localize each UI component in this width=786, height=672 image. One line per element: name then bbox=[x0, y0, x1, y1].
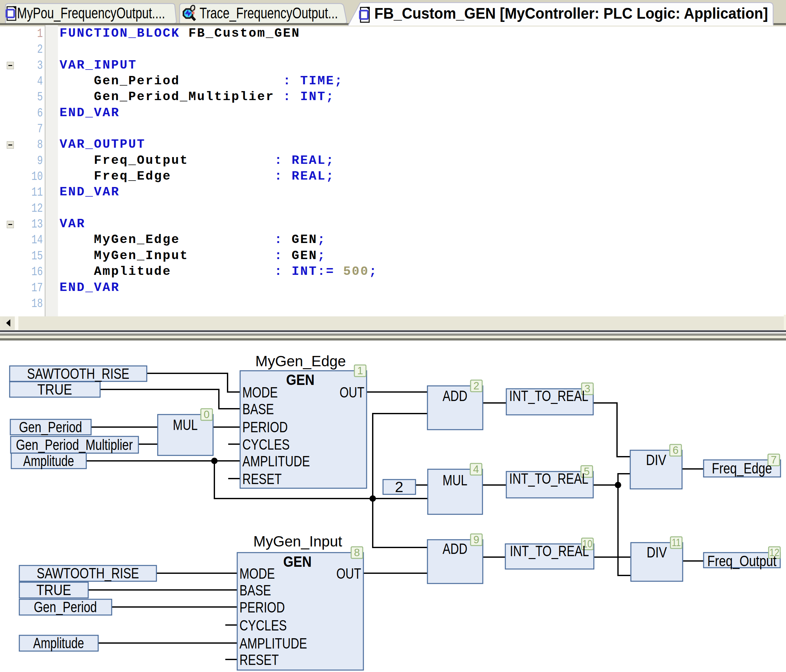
svg-text:Freq_Edge: Freq_Edge bbox=[712, 460, 772, 477]
svg-text:TRUE: TRUE bbox=[37, 381, 72, 398]
svg-text:CYCLES: CYCLES bbox=[242, 436, 290, 453]
svg-text:8: 8 bbox=[354, 546, 360, 558]
svg-text:MyGen_Input: MyGen_Input bbox=[253, 533, 342, 550]
svg-text:9: 9 bbox=[473, 534, 479, 545]
svg-text:MODE: MODE bbox=[239, 565, 275, 582]
svg-text:Amplitude: Amplitude bbox=[33, 634, 84, 652]
svg-text:MyGen_Edge: MyGen_Edge bbox=[255, 353, 346, 369]
svg-text:PERIOD: PERIOD bbox=[242, 418, 288, 435]
svg-text:MyPou_FrequencyOutput....: MyPou_FrequencyOutput.... bbox=[17, 5, 165, 22]
svg-text:DIV: DIV bbox=[647, 543, 667, 561]
svg-text:OUT: OUT bbox=[340, 384, 364, 401]
svg-text:RESET: RESET bbox=[242, 470, 281, 487]
svg-text:SAWTOOTH_RISE: SAWTOOTH_RISE bbox=[27, 365, 129, 382]
svg-text:0: 0 bbox=[204, 408, 209, 420]
svg-text:6: 6 bbox=[673, 444, 679, 456]
svg-text:Gen_Period: Gen_Period bbox=[19, 418, 82, 435]
svg-text:RESET: RESET bbox=[239, 651, 279, 668]
svg-text:MODE: MODE bbox=[242, 384, 278, 401]
svg-text:Amplitude: Amplitude bbox=[23, 452, 74, 469]
svg-text:MUL: MUL bbox=[173, 416, 198, 433]
svg-text:AMPLITUDE: AMPLITUDE bbox=[239, 635, 307, 652]
svg-text:ADD: ADD bbox=[443, 540, 467, 557]
svg-text:SAWTOOTH_RISE: SAWTOOTH_RISE bbox=[37, 565, 139, 582]
svg-text:MUL: MUL bbox=[443, 471, 467, 488]
svg-text:ADD: ADD bbox=[443, 387, 467, 404]
svg-text:2: 2 bbox=[473, 380, 479, 392]
svg-text:CYCLES: CYCLES bbox=[239, 617, 287, 634]
svg-text:FB_Custom_GEN [MyController: P: FB_Custom_GEN [MyController: PLC Logic: … bbox=[374, 5, 768, 22]
svg-text:Gen_Period: Gen_Period bbox=[34, 598, 97, 615]
svg-text:AMPLITUDE: AMPLITUDE bbox=[242, 452, 310, 469]
svg-text:INT_TO_REAL: INT_TO_REAL bbox=[509, 387, 588, 404]
svg-text:GEN: GEN bbox=[283, 553, 311, 570]
svg-text:DIV: DIV bbox=[646, 451, 667, 468]
svg-text:INT_TO_REAL: INT_TO_REAL bbox=[510, 542, 589, 559]
svg-text:BASE: BASE bbox=[242, 400, 274, 418]
svg-text:2: 2 bbox=[395, 478, 403, 495]
svg-text:PERIOD: PERIOD bbox=[239, 599, 285, 615]
svg-text:Trace_FrequencyOutput...: Trace_FrequencyOutput... bbox=[200, 5, 338, 22]
svg-text:4: 4 bbox=[473, 463, 479, 475]
svg-text:Gen_Period_Multiplier: Gen_Period_Multiplier bbox=[16, 436, 133, 453]
svg-text:1: 1 bbox=[357, 365, 363, 377]
svg-text:TRUE: TRUE bbox=[36, 581, 71, 598]
svg-text:11: 11 bbox=[672, 537, 681, 548]
svg-text:BASE: BASE bbox=[239, 582, 271, 599]
svg-text:INT_TO_REAL: INT_TO_REAL bbox=[509, 470, 588, 487]
svg-text:Freq_Output: Freq_Output bbox=[707, 552, 777, 569]
svg-text:GEN: GEN bbox=[286, 371, 314, 388]
svg-text:OUT: OUT bbox=[336, 565, 361, 582]
